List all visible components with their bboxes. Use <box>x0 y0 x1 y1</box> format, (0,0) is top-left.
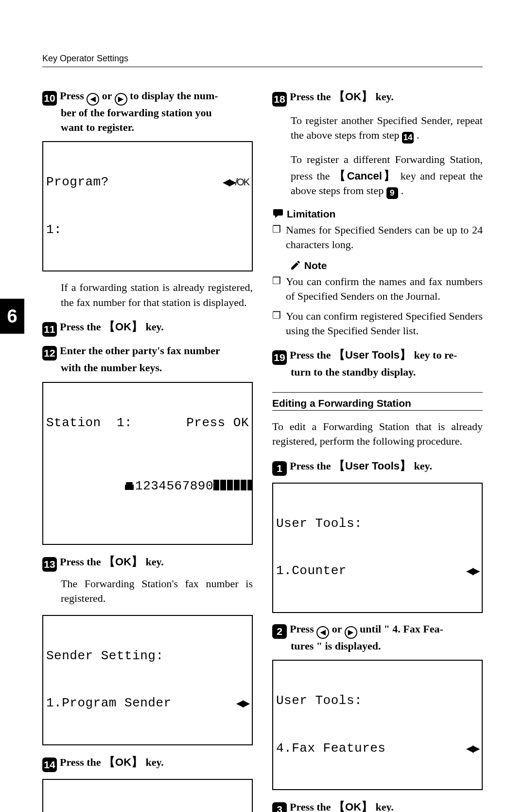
note-label: Note <box>304 260 327 271</box>
step-number-badge: 2 <box>272 624 287 639</box>
right-arrow-icon: ▶ <box>115 93 127 106</box>
limitation-item: ❒ Names for Specified Senders can be up … <box>272 223 483 253</box>
lcd-display: Sender Setting: 1.Program Sender◀▶ <box>42 615 253 745</box>
step-text: key. <box>373 801 394 812</box>
lcd-text: 1: <box>46 222 249 238</box>
lcd-text: 1.Counter <box>276 563 347 579</box>
body-text: . <box>417 129 420 141</box>
step-11: 11Press the 【OK】 key. <box>42 319 253 337</box>
step-text: want to register. <box>61 120 253 135</box>
step-text: key to re- <box>411 349 457 361</box>
lcd-display: Name/No.:[ABC] [] <box>42 779 253 812</box>
step-12: 12Enter the other party's fax number wit… <box>42 343 253 375</box>
body-text: If a forwarding station is already regis… <box>61 280 253 310</box>
body-text: To register another Specified Sender, re… <box>291 114 483 141</box>
step-text: Press the <box>290 460 333 472</box>
lcd-text: Press OK <box>186 415 249 431</box>
body-text: The Forwarding Station's fax number is r… <box>61 577 253 606</box>
note-item: ❒ You can confirm registered Specified S… <box>272 309 483 339</box>
edit-step-3: 3Press the 【OK】 key. <box>272 799 483 812</box>
step-number-badge: 19 <box>272 350 287 365</box>
lcd-text: User Tools: <box>276 516 479 532</box>
lcd-arrows-ok-icon: ◀▶/OK <box>223 176 249 188</box>
step-text: key. <box>143 321 164 333</box>
step-text: key. <box>411 460 432 472</box>
body-text: To edit a Forwarding Station that is alr… <box>272 419 483 449</box>
step-number-badge: 13 <box>42 557 57 572</box>
step-text: Press the <box>290 801 333 812</box>
step-text: until " 4. Fax Fea- <box>357 623 443 635</box>
step-number-badge: 18 <box>272 92 287 107</box>
step-text: Press the <box>290 349 333 361</box>
step-number-badge: 3 <box>272 802 287 812</box>
running-header: Key Operator Settings <box>42 54 483 69</box>
chapter-tab: 6 <box>0 299 24 334</box>
lcd-display: User Tools: 1.Counter◀▶ <box>272 483 483 613</box>
body-text: . <box>401 184 404 197</box>
lcd-display: User Tools: 4.Fax Features◀▶ <box>272 660 483 790</box>
step-text: ber of the forwarding station you <box>61 106 253 120</box>
page: 6 Key Operator Settings 10Press ◀ or ▶ t… <box>0 0 525 812</box>
step-19: 19Press the 【User Tools】 key to re- turn… <box>272 347 483 379</box>
ok-key: OK <box>115 321 131 333</box>
section-rule <box>272 410 483 411</box>
step-text: Enter the other party's fax number <box>60 344 220 357</box>
left-arrow-icon: ◀ <box>316 626 329 639</box>
section-rule <box>272 392 483 393</box>
bullet-text: Names for Specified Senders can be up to… <box>286 223 483 253</box>
step-text: Press the <box>60 756 104 768</box>
edit-step-2: 2Press ◀ or ▶ until " 4. Fax Fea- tures … <box>272 622 483 653</box>
bullet-icon: ❒ <box>272 274 286 304</box>
telephone-icon <box>124 482 134 490</box>
header-title: Key Operator Settings <box>42 54 128 63</box>
cursor-blocks-icon <box>213 479 253 495</box>
edit-step-1: 1Press the 【User Tools】 key. <box>272 458 483 476</box>
lcd-text: 1234567890 <box>135 479 213 493</box>
step-14: 14Press the 【OK】 key. <box>42 754 253 772</box>
step-text: with the number keys. <box>61 361 253 375</box>
step-number-badge: 11 <box>42 322 57 337</box>
lcd-display: Station 1:Press OK 1234567890 <box>42 382 253 545</box>
ok-key: OK <box>345 90 361 103</box>
step-text: key. <box>143 556 164 568</box>
left-column: 10Press ◀ or ▶ to display the num- ber o… <box>42 89 253 812</box>
subsection-heading: Editing a Forwarding Station <box>272 397 483 409</box>
limitation-label: Limitation <box>287 208 335 219</box>
lcd-arrows-icon: ◀▶ <box>466 742 479 755</box>
lcd-text: Program? <box>46 174 109 190</box>
step-text: turn to the standby display. <box>291 365 483 379</box>
limitation-heading: Limitation <box>272 208 483 220</box>
body-text: To register a different Forwarding Stati… <box>291 152 483 199</box>
two-column-layout: 10Press ◀ or ▶ to display the num- ber o… <box>42 89 483 812</box>
header-rule <box>42 67 483 67</box>
bullet-text: You can confirm the names and fax number… <box>286 274 483 304</box>
step-number-badge: 12 <box>42 346 57 361</box>
ok-key: OK <box>345 801 361 812</box>
left-arrow-icon: ◀ <box>87 93 99 106</box>
step-10: 10Press ◀ or ▶ to display the num- ber o… <box>42 89 253 134</box>
step-text: key. <box>143 756 164 768</box>
right-arrow-icon: ▶ <box>345 626 357 639</box>
step-text: or <box>99 90 114 102</box>
lcd-text: Station 1: <box>46 415 132 431</box>
step-ref-badge: 9 <box>386 187 398 199</box>
lcd-text: User Tools: <box>276 693 479 709</box>
step-text: Press <box>60 90 87 102</box>
lcd-text: 1.Program Sender <box>46 695 172 711</box>
bullet-text: You can confirm registered Specified Sen… <box>286 309 483 339</box>
cancel-key: Cancel <box>347 170 382 182</box>
step-text: to display the num- <box>127 90 218 102</box>
lcd-display: Program?◀▶/OK 1: <box>42 141 253 271</box>
svg-rect-0 <box>125 485 134 490</box>
pencil-icon <box>290 259 301 271</box>
step-text: key. <box>373 90 394 103</box>
step-text: Press the <box>60 321 104 333</box>
svg-rect-1 <box>126 482 133 485</box>
right-column: 18Press the 【OK】 key. To register anothe… <box>272 89 483 812</box>
body-text: To register another Specified Sender, re… <box>291 113 483 144</box>
lcd-arrows-icon: ◀▶ <box>466 565 479 577</box>
note-item: ❒ You can confirm the names and fax numb… <box>272 274 483 304</box>
bullet-icon: ❒ <box>272 309 286 339</box>
ok-key: OK <box>115 756 131 768</box>
step-text: Press the <box>60 556 104 568</box>
